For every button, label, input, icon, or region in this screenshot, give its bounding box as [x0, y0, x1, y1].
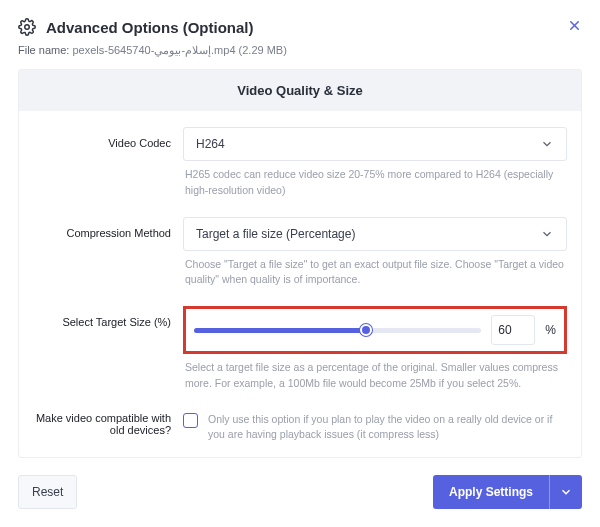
- compat-checkbox[interactable]: [183, 413, 198, 428]
- video-codec-select[interactable]: H264: [183, 127, 567, 161]
- target-size-unit: %: [545, 323, 556, 337]
- target-size-label: Select Target Size (%): [33, 306, 183, 402]
- panel-title: Video Quality & Size: [19, 70, 581, 111]
- target-size-help: Select a target file size as a percentag…: [183, 354, 567, 402]
- compression-method-value: Target a file size (Percentage): [196, 227, 355, 241]
- gear-icon: [18, 18, 36, 36]
- video-codec-value: H264: [196, 137, 225, 151]
- reset-button[interactable]: Reset: [18, 475, 77, 509]
- compat-help: Only use this option if you plan to play…: [208, 412, 567, 444]
- chevron-down-icon: [540, 227, 554, 241]
- video-codec-label: Video Codec: [33, 127, 183, 209]
- target-size-slider[interactable]: [194, 320, 481, 340]
- video-codec-help: H265 codec can reduce video size 20-75% …: [183, 161, 567, 209]
- chevron-down-icon: [540, 137, 554, 151]
- file-name-value: pexels-5645740-إسلام-بيومي.mp4 (2.29 MB): [72, 44, 286, 56]
- modal-footer: Reset Apply Settings: [0, 459, 600, 527]
- compression-method-select[interactable]: Target a file size (Percentage): [183, 217, 567, 251]
- target-size-highlight: %: [183, 306, 567, 354]
- quality-panel: Video Quality & Size Video Codec H264 H2…: [18, 69, 582, 458]
- apply-settings-button[interactable]: Apply Settings: [433, 475, 549, 509]
- file-name-label: File name:: [18, 44, 69, 56]
- modal-title: Advanced Options (Optional): [46, 19, 254, 36]
- target-size-input[interactable]: [491, 315, 535, 345]
- compression-method-help: Choose "Target a file size" to get an ex…: [183, 251, 567, 299]
- compat-label: Make video compatible with old devices?: [33, 410, 183, 458]
- compression-method-label: Compression Method: [33, 217, 183, 299]
- apply-settings-dropdown[interactable]: [549, 475, 582, 509]
- close-icon[interactable]: [567, 18, 582, 33]
- slider-thumb[interactable]: [360, 324, 372, 336]
- svg-point-0: [25, 25, 30, 30]
- file-name-line: File name: pexels-5645740-إسلام-بيومي.mp…: [0, 44, 600, 69]
- modal-header: Advanced Options (Optional): [0, 0, 600, 44]
